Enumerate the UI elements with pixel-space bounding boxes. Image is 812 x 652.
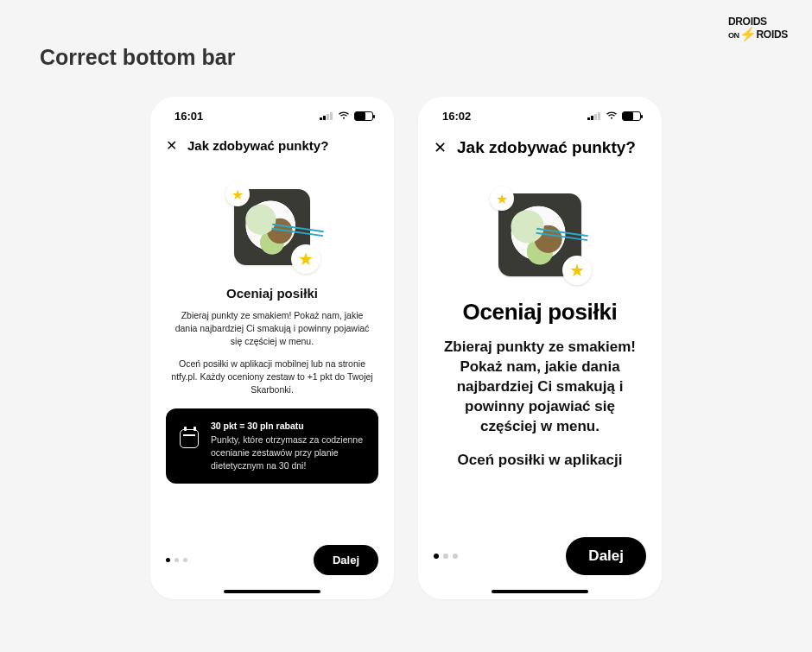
modal-header: ✕ Jak zdobywać punkty?: [418, 126, 662, 162]
onboarding-paragraph: Zbieraj punkty ze smakiem! Pokaż nam, ja…: [166, 309, 378, 349]
reward-description: Punkty, które otrzymasz za codzienne oce…: [211, 434, 365, 472]
onboarding-content: ★ ★ Oceniaj posiłki Zbieraj punkty ze sm…: [418, 162, 662, 599]
star-icon: ★: [291, 244, 320, 274]
modal-title: Jak zdobywać punkty?: [457, 138, 636, 157]
status-time: 16:01: [174, 110, 203, 123]
status-bar: 16:02: [418, 97, 662, 126]
page-indicator[interactable]: [166, 558, 187, 562]
phone-mock-normal: 16:01 ✕ Jak zdobywać punkty? ★ ★ Oceniaj…: [150, 97, 394, 599]
onboarding-heading: Oceniaj posiłki: [166, 286, 378, 301]
wifi-icon: [606, 111, 618, 120]
hero-image: ★ ★: [234, 189, 310, 265]
next-button[interactable]: Dalej: [314, 545, 378, 575]
onboarding-content: ★ ★ Oceniaj posiłki Zbieraj punkty ze sm…: [150, 158, 394, 599]
onboarding-paragraph: Oceń posiłki w aplikacji mobilnej lub na…: [166, 358, 378, 397]
next-button[interactable]: Dalej: [566, 537, 646, 575]
bottom-bar: Dalej: [150, 545, 394, 575]
page-indicator[interactable]: [434, 554, 458, 559]
modal-header: ✕ Jak zdobywać punkty?: [150, 126, 394, 158]
modal-title: Jak zdobywać punkty?: [187, 138, 328, 153]
home-indicator[interactable]: [224, 590, 320, 593]
star-icon: ★: [225, 182, 250, 206]
hero-image: ★ ★: [498, 193, 581, 276]
status-time: 16:02: [442, 110, 471, 123]
home-indicator[interactable]: [492, 590, 588, 593]
status-bar: 16:01: [150, 97, 394, 126]
onboarding-paragraph: Oceń posiłki w aplikacji: [430, 451, 650, 471]
cellular-signal-icon: [320, 111, 333, 120]
onboarding-paragraph: Zbieraj punkty ze smakiem! Pokaż nam, ja…: [430, 338, 650, 437]
reward-headline: 30 pkt = 30 pln rabatu: [211, 421, 365, 431]
battery-icon: [354, 111, 373, 121]
onboarding-heading: Oceniaj posiłki: [430, 299, 650, 326]
close-icon[interactable]: ✕: [434, 140, 447, 155]
bottom-bar: Dalej: [418, 537, 662, 575]
calendar-icon: [180, 429, 199, 448]
star-icon: ★: [490, 187, 514, 211]
cellular-signal-icon: [587, 111, 601, 120]
page-title: Correct bottom bar: [40, 45, 235, 70]
wifi-icon: [338, 111, 350, 120]
phone-mock-large-text: 16:02 ✕ Jak zdobywać punkty? ★ ★ Oceniaj…: [418, 97, 662, 599]
close-icon[interactable]: ✕: [166, 139, 177, 153]
battery-icon: [622, 111, 641, 121]
droids-on-roids-logo: DROIDS ON⚡ROIDS: [728, 17, 788, 41]
reward-info-box: 30 pkt = 30 pln rabatu Punkty, które otr…: [166, 408, 378, 484]
star-icon: ★: [562, 256, 592, 285]
